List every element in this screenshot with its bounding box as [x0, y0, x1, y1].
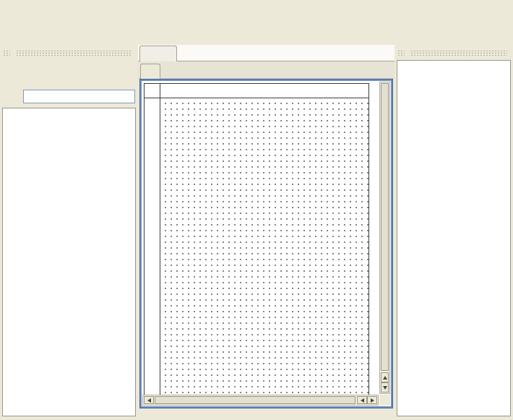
menubar — [0, 0, 513, 16]
qelectrotech-window — [0, 0, 513, 420]
status-strip — [0, 416, 513, 420]
left-arrow-icon — [361, 398, 364, 403]
sheet-body — [145, 98, 368, 398]
scroll-up-button[interactable] — [381, 372, 389, 382]
down-arrow-icon — [383, 386, 387, 390]
diagram-sheet — [144, 83, 369, 399]
element-tree — [2, 108, 136, 416]
elements-panel-titlebar[interactable] — [3, 47, 135, 59]
horizontal-scrollbar[interactable] — [142, 395, 379, 406]
project-tabbar — [138, 45, 395, 61]
dock-grip — [410, 50, 507, 56]
workspace — [138, 45, 395, 416]
undo-dock — [395, 45, 513, 416]
elements-panel-dock — [0, 45, 138, 416]
horizontal-scroll-thumb[interactable] — [155, 396, 355, 404]
scroll-left-button-2[interactable] — [357, 396, 367, 404]
undo-list[interactable] — [397, 60, 511, 416]
scroll-left-button[interactable] — [144, 396, 154, 404]
dock-grip — [3, 50, 10, 56]
column-header-row — [145, 84, 368, 98]
left-arrow-icon — [147, 398, 151, 403]
filter-row — [3, 89, 135, 103]
scheme-tabbar — [138, 61, 395, 79]
filter-input[interactable] — [23, 90, 135, 103]
vertical-scrollbar[interactable] — [379, 82, 390, 394]
scroll-right-button[interactable] — [367, 396, 377, 404]
main-toolbar — [0, 16, 513, 45]
scheme-tab[interactable] — [140, 64, 160, 79]
undo-dock-titlebar[interactable] — [397, 47, 510, 59]
scrollbar-corner — [379, 395, 390, 406]
vertical-scroll-thumb[interactable] — [381, 83, 389, 371]
diagram-subwindow — [140, 80, 392, 408]
clear-filter-button[interactable] — [3, 89, 17, 103]
up-arrow-icon — [383, 376, 387, 380]
dock-grip — [397, 50, 405, 56]
sheet-corner — [145, 84, 160, 98]
dock-grip — [16, 50, 132, 56]
project-tab[interactable] — [139, 46, 177, 61]
diagram-grid[interactable] — [160, 98, 368, 398]
panel-toolbar — [2, 60, 136, 86]
right-arrow-icon — [371, 398, 374, 403]
scroll-down-button[interactable] — [381, 382, 389, 393]
main-area — [0, 45, 513, 416]
row-headers — [145, 98, 160, 398]
diagram-view[interactable] — [142, 81, 391, 406]
